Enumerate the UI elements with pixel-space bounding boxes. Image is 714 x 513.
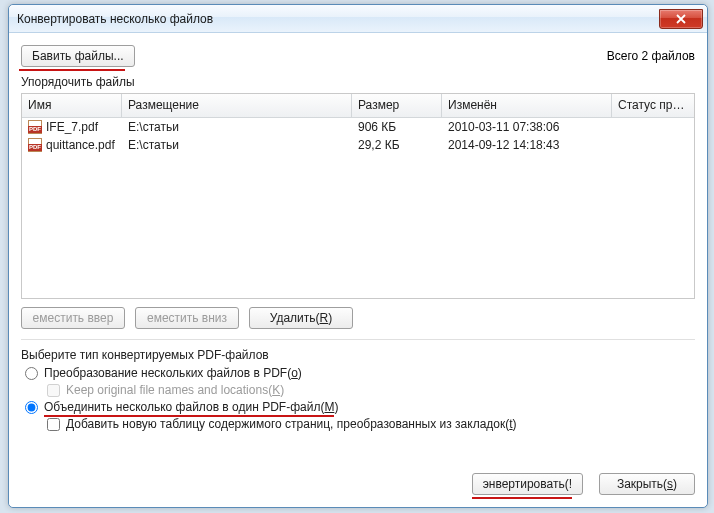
- files-grid: Имя Размещение Размер Изменён Статус пре…: [21, 93, 695, 299]
- col-name[interactable]: Имя: [22, 94, 122, 117]
- grid-body[interactable]: IFE_7.pdf E:\статьи 906 КБ 2010-03-11 07…: [22, 118, 694, 298]
- cell-size: 29,2 КБ: [352, 138, 442, 152]
- check-add-toc-input[interactable]: [47, 418, 60, 431]
- cell-name: quittance.pdf: [46, 138, 115, 152]
- cell-location: E:\статьи: [122, 120, 352, 134]
- cell-modified: 2014-09-12 14:18:43: [442, 138, 612, 152]
- check-keep-names-input: [47, 384, 60, 397]
- options-group: Выберите тип конвертируемых PDF-файлов П…: [21, 348, 695, 434]
- radio-convert-many[interactable]: Преобразование нескольких файлов в PDF(o…: [25, 366, 695, 380]
- close-icon: [675, 14, 687, 24]
- radio-merge-input[interactable]: [25, 401, 38, 414]
- move-down-button[interactable]: еместить вниз: [135, 307, 239, 329]
- grid-header: Имя Размещение Размер Изменён Статус пре…: [22, 94, 694, 118]
- window-close-button[interactable]: [659, 9, 703, 29]
- delete-button[interactable]: Удалить(R): [249, 307, 353, 329]
- close-button[interactable]: Закрыть(s): [599, 473, 695, 495]
- grid-actions: еместить ввер еместить вниз Удалить(R): [21, 307, 695, 329]
- cell-name: IFE_7.pdf: [46, 120, 98, 134]
- pdf-icon: [28, 138, 42, 152]
- move-up-button[interactable]: еместить ввер: [21, 307, 125, 329]
- annotation-underline: [19, 69, 125, 71]
- col-modified[interactable]: Изменён: [442, 94, 612, 117]
- separator: [21, 339, 695, 340]
- client-area: Бавить файлы... Всего 2 файлов Упорядочи…: [9, 33, 707, 507]
- annotation-underline: [44, 415, 334, 417]
- cell-size: 906 КБ: [352, 120, 442, 134]
- col-location[interactable]: Размещение: [122, 94, 352, 117]
- cell-modified: 2010-03-11 07:38:06: [442, 120, 612, 134]
- pdf-icon: [28, 120, 42, 134]
- convert-button[interactable]: энвертировать(!: [472, 473, 583, 495]
- dialog-window: Конвертировать несколько файлов Бавить ф…: [8, 4, 708, 508]
- arrange-files-label: Упорядочить файлы: [21, 75, 695, 89]
- window-title: Конвертировать несколько файлов: [17, 12, 213, 26]
- top-row: Бавить файлы... Всего 2 файлов: [21, 43, 695, 69]
- radio-merge[interactable]: Объединить несколько файлов в один PDF-ф…: [25, 400, 695, 414]
- check-add-toc[interactable]: Добавить новую таблицу содержимого стран…: [47, 417, 695, 431]
- table-row[interactable]: quittance.pdf E:\статьи 29,2 КБ 2014-09-…: [22, 136, 694, 154]
- radio-convert-many-input[interactable]: [25, 367, 38, 380]
- col-status[interactable]: Статус преоб...: [612, 94, 692, 117]
- annotation-underline: [472, 497, 572, 499]
- cell-location: E:\статьи: [122, 138, 352, 152]
- col-size[interactable]: Размер: [352, 94, 442, 117]
- options-title: Выберите тип конвертируемых PDF-файлов: [21, 348, 695, 362]
- total-files-label: Всего 2 файлов: [607, 49, 695, 63]
- dialog-footer: энвертировать(! Закрыть(s): [21, 459, 695, 495]
- check-keep-names: Keep original file names and locations(K…: [47, 383, 695, 397]
- title-bar: Конвертировать несколько файлов: [9, 5, 707, 33]
- table-row[interactable]: IFE_7.pdf E:\статьи 906 КБ 2010-03-11 07…: [22, 118, 694, 136]
- add-files-button[interactable]: Бавить файлы...: [21, 45, 135, 67]
